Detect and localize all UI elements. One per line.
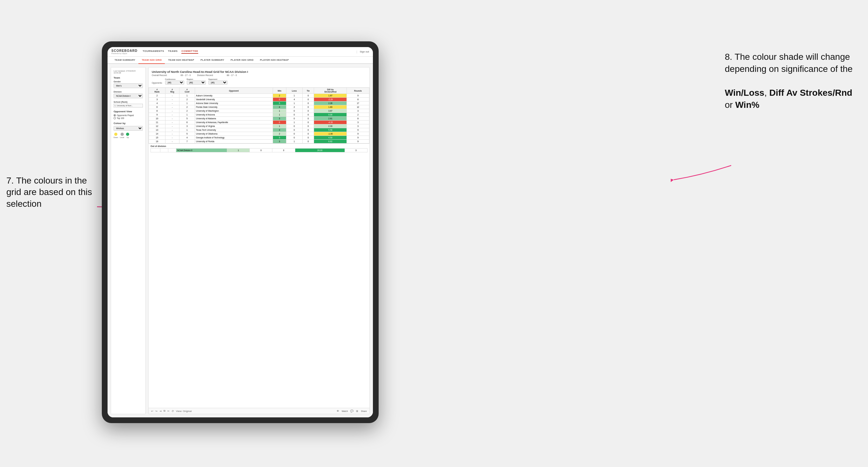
comment-icon[interactable]: 💬 — [350, 410, 353, 413]
cell-conf: 2 — [179, 105, 195, 109]
colour-dot-up — [126, 133, 129, 136]
cut-icon[interactable]: ✂ — [167, 410, 169, 413]
cell-opponent: Texas Tech University — [195, 128, 273, 132]
radio-opponents-played[interactable]: Opponents Played — [114, 114, 143, 117]
tab-team-h2h-heatmap[interactable]: TEAM H2H HEATMAP — [165, 57, 197, 63]
opponent-select[interactable]: (All) — [209, 81, 227, 85]
watch-label[interactable]: Watch — [342, 410, 348, 412]
cell-opponent: Florida State University — [195, 105, 273, 109]
colour-by-heading: Colour by — [114, 122, 143, 125]
table-row: 6 - 2 Florida State University 4 2 0 1.8… — [149, 105, 369, 109]
toolbar-left: ↩ ↪ ⇥ ⧉ ✂ ⏱ View: Original — [151, 409, 191, 413]
nav-link-teams[interactable]: TEAMS — [168, 50, 178, 54]
cell-diff: 1.83 — [314, 105, 347, 109]
cell-win: 0 — [273, 121, 286, 124]
cell-opponent: University of Washington — [195, 109, 273, 113]
cell-rounds: 3 — [347, 121, 369, 124]
copy-icon[interactable]: ⧉ — [163, 409, 165, 413]
legend-level: Level — [120, 133, 124, 138]
cell-rounds: 8 — [347, 117, 369, 121]
cell-reg: - — [165, 105, 179, 109]
table-row: 3 - 2 Vanderbilt University 0 4 0 -2.29 … — [149, 98, 369, 101]
radio-top100[interactable]: Top 100 — [114, 117, 143, 119]
sign-out-link[interactable]: Sign out — [360, 50, 369, 53]
table-header-row: #Rank #Reg #Conf Opponent Win Loss Tie D… — [149, 88, 369, 94]
main-content: Last Updated: 27/03/2024 16:55:38 Team G… — [107, 64, 373, 417]
eye-icon: 👁 — [337, 410, 339, 413]
nav-bar: SCOREBOARD Powered by clippd TOURNAMENTS… — [107, 47, 373, 57]
nav-link-committee[interactable]: COMMITTEE — [181, 50, 198, 54]
cell-rank: 9 — [149, 113, 165, 117]
grid-icon[interactable]: ⊞ — [356, 410, 358, 413]
region-select[interactable]: (All) — [187, 81, 206, 85]
cell-win: 4 — [273, 105, 286, 109]
clock-icon[interactable]: ⏱ — [172, 410, 174, 413]
cell-conf: 1 — [179, 94, 195, 98]
col-diff: Diff AvStrokes/Rnd — [314, 88, 347, 94]
ood-rank — [151, 149, 160, 152]
forward-icon[interactable]: ⇥ — [159, 410, 162, 413]
logo-sub: Powered by clippd — [111, 53, 137, 54]
conference-select[interactable]: (All) — [165, 81, 184, 85]
cell-rank: 4 — [149, 101, 165, 105]
legend-down: Down — [114, 133, 118, 138]
cell-win: 5 — [273, 101, 286, 105]
cell-conf: 2 — [179, 109, 195, 113]
share-label[interactable]: Share — [361, 410, 367, 412]
nav-link-tournaments[interactable]: TOURNAMENTS — [143, 50, 164, 54]
division-group: Division NCAA Division I — [114, 91, 143, 98]
cell-win: 3 — [273, 139, 286, 144]
cell-rounds: 9 — [347, 94, 369, 98]
tab-player-h2h-grid[interactable]: PLAYER H2H GRID — [227, 57, 257, 63]
cell-rank: 6 — [149, 105, 165, 109]
gender-select[interactable]: Men's — [114, 83, 143, 88]
col-reg: #Reg — [165, 88, 179, 94]
cell-win: 2 — [273, 132, 286, 136]
ood-loss: 0 — [250, 149, 272, 152]
table-row: 9 - 1 University of Arizona 1 0 0 9.00 2 — [149, 113, 369, 117]
table-row: 8 - 2 University of Washington 1 0 0 3.6… — [149, 109, 369, 113]
tab-player-summary[interactable]: PLAYER SUMMARY — [197, 57, 227, 63]
data-table: #Rank #Reg #Conf Opponent Win Loss Tie D… — [149, 88, 369, 408]
cell-reg: - — [165, 113, 179, 117]
nav-links: TOURNAMENTS TEAMS COMMITTEE — [143, 50, 354, 54]
gender-group: Gender Men's — [114, 81, 143, 88]
colour-by-select[interactable]: Win/loss — [114, 126, 143, 131]
division-select[interactable]: NCAA Division I — [114, 94, 143, 98]
tab-team-summary[interactable]: TEAM SUMMARY — [111, 57, 138, 63]
cell-loss: 1 — [286, 139, 302, 144]
cell-tie: 0 — [302, 113, 314, 117]
cell-diff: -4.33 — [314, 121, 347, 124]
radio-dot-selected — [114, 114, 116, 117]
cell-diff: 3.67 — [314, 109, 347, 113]
cell-tie: 0 — [302, 117, 314, 121]
annotation-right: 8. The colour shade will change dependin… — [725, 51, 859, 111]
table-row: 4 - 1 Arizona State University 5 1 0 2.2… — [149, 101, 369, 105]
cell-loss: 1 — [286, 121, 302, 124]
table-row: 12 - 3 University of Virginia 1 0 0 2.33… — [149, 124, 369, 128]
colour-dot-level — [121, 133, 124, 136]
cell-opponent: University of Arizona — [195, 113, 273, 117]
cell-diff: 5.56 — [314, 128, 347, 132]
left-panel: Last Updated: 27/03/2024 16:55:38 Team G… — [111, 67, 146, 414]
cell-win: 1 — [273, 113, 286, 117]
cell-diff: -1.00 — [314, 132, 347, 136]
table-row: 10 - 5 University of Alabama 3 0 0 2.61 … — [149, 117, 369, 121]
opponent-view-heading: Opponent View — [114, 110, 143, 113]
nav-logo: SCOREBOARD Powered by clippd — [111, 49, 137, 54]
cell-diff: 6.62 — [314, 139, 347, 144]
cell-rounds: 9 — [347, 132, 369, 136]
tab-player-h2h-heatmap[interactable]: PLAYER H2H HEATMAP — [257, 57, 292, 63]
school-group: School (Rank) 1. University of Nort... — [114, 101, 143, 107]
cell-reg: - — [165, 128, 179, 132]
out-of-division-label: Out of division — [151, 145, 368, 147]
redo-icon[interactable]: ↪ — [155, 410, 157, 413]
tab-team-h2h-grid[interactable]: TEAM H2H GRID — [138, 57, 165, 64]
conference-filter: Conference (All) — [165, 78, 184, 85]
gender-label: Gender — [114, 81, 143, 83]
undo-icon[interactable]: ↩ — [151, 410, 153, 413]
cell-rank: 2 — [149, 94, 165, 98]
cell-tie: 0 — [302, 124, 314, 128]
col-opponent: Opponent — [195, 88, 273, 94]
table-row: 16 - 7 University of Florida 3 1 0 6.62 … — [149, 139, 369, 144]
